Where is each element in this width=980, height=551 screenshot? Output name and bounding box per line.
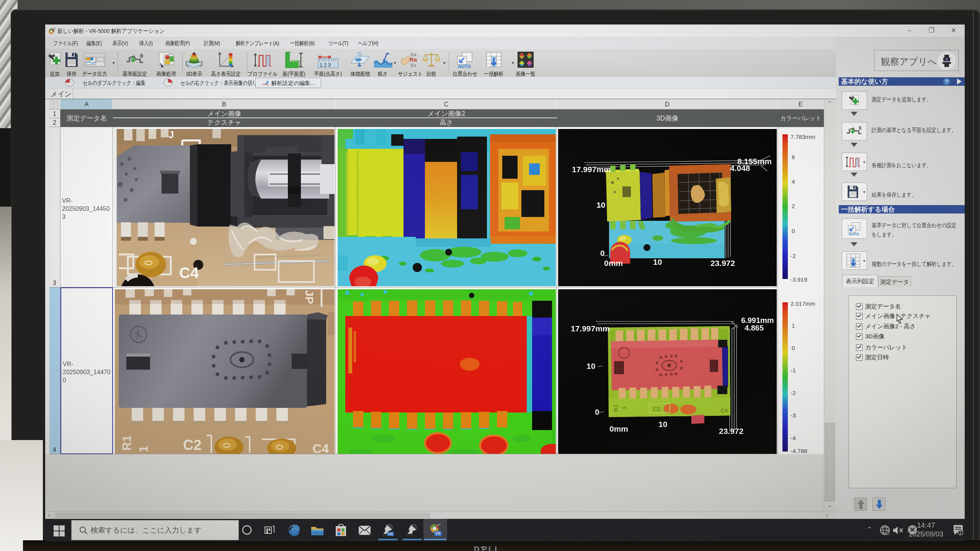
svg-text:23.972: 23.972 — [710, 259, 735, 267]
svg-text:C4: C4 — [312, 441, 329, 454]
svg-text:17.997mm: 17.997mm — [571, 324, 610, 333]
svg-text:0: 0 — [859, 126, 861, 131]
svg-text:2.017mm: 2.017mm — [791, 300, 815, 307]
svg-text:7.783mm: 7.783mm — [791, 134, 815, 140]
svg-text:0: 0 — [600, 249, 605, 258]
svg-text:-2: -2 — [791, 390, 796, 396]
svg-text:C4: C4 — [720, 407, 728, 414]
svg-text:0mm: 0mm — [604, 259, 623, 267]
svg-text:1: 1 — [621, 406, 627, 409]
svg-text:10: 10 — [586, 362, 595, 370]
svg-text:6: 6 — [792, 154, 795, 160]
svg-text:C2: C2 — [183, 437, 202, 453]
svg-text:-3: -3 — [791, 412, 796, 419]
svg-text:2: 2 — [792, 203, 795, 209]
svg-text:0mm: 0mm — [609, 424, 628, 433]
svg-text:Ra: Ra — [410, 56, 417, 63]
svg-text:R1: R1 — [612, 404, 619, 412]
svg-text:-1: -1 — [791, 367, 796, 373]
svg-text:17.997mm: 17.997mm — [572, 165, 611, 174]
svg-text:1 2 3: 1 2 3 — [320, 62, 331, 68]
svg-text:4.865: 4.865 — [745, 324, 764, 332]
svg-text:-4: -4 — [791, 435, 796, 441]
svg-text:VR: VR — [435, 531, 441, 536]
svg-text:J: J — [168, 129, 174, 140]
svg-text:1: 1 — [792, 322, 795, 329]
svg-text:10: 10 — [658, 420, 667, 429]
svg-text:0: 0 — [140, 53, 143, 59]
svg-text:10: 10 — [653, 258, 662, 266]
svg-text:0: 0 — [792, 345, 795, 351]
svg-text:AUTO: AUTO — [458, 64, 471, 68]
svg-text:-2: -2 — [791, 253, 796, 259]
svg-text:AUTO: AUTO — [848, 232, 859, 236]
svg-text:R1: R1 — [120, 435, 134, 451]
svg-text:1: 1 — [137, 445, 150, 452]
svg-text:1: 1 — [960, 531, 962, 535]
svg-text:C2: C2 — [653, 406, 660, 412]
svg-text:0: 0 — [792, 228, 795, 234]
svg-text:6.991mm: 6.991mm — [741, 316, 774, 324]
svg-text:4.048: 4.048 — [730, 164, 750, 173]
svg-text:Sz: Sz — [410, 62, 416, 68]
svg-text:-4.788: -4.788 — [791, 448, 807, 454]
svg-text:C4: C4 — [179, 264, 199, 281]
svg-text:JP: JP — [303, 290, 316, 304]
svg-text:-3.919: -3.919 — [791, 276, 807, 283]
svg-text:VR: VR — [388, 532, 393, 536]
svg-text:23.972: 23.972 — [719, 427, 743, 435]
svg-text:10: 10 — [596, 201, 605, 209]
svg-text:0: 0 — [595, 408, 599, 416]
svg-text:4: 4 — [792, 178, 795, 185]
